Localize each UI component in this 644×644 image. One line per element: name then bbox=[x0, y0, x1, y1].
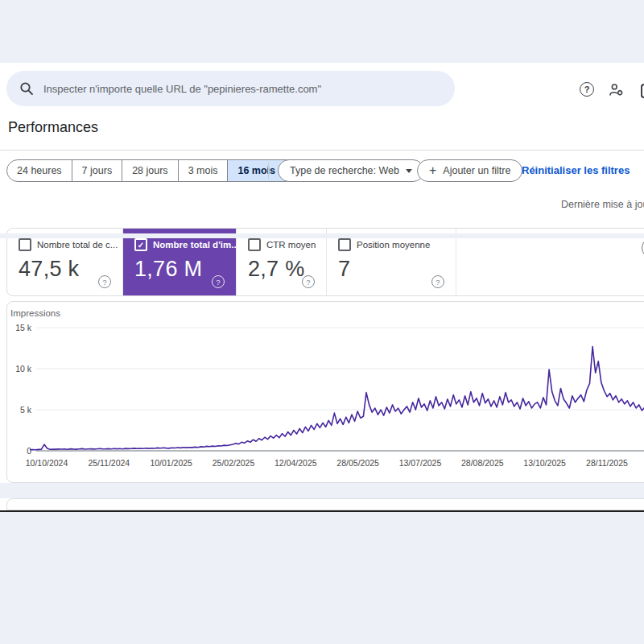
svg-text:15 k: 15 k bbox=[15, 323, 32, 332]
help-icon[interactable]: ? bbox=[212, 275, 225, 288]
help-icon: ? bbox=[580, 82, 594, 97]
impressions-line-chart[interactable]: 05 k10 k15 k10/10/202425/11/202410/01/20… bbox=[7, 302, 644, 483]
help-icon[interactable]: ? bbox=[302, 275, 315, 288]
search-type-chip[interactable]: Type de recherche: Web bbox=[278, 159, 424, 182]
svg-text:25/11/2024: 25/11/2024 bbox=[88, 458, 130, 468]
search-placeholder-text: Inspecter n'importe quelle URL de "pepin… bbox=[43, 83, 321, 95]
add-filter-chip[interactable]: + Ajouter un filtre bbox=[417, 159, 522, 182]
next-card-clipped bbox=[6, 498, 644, 510]
chart-card: Impressions 05 k10 k15 k10/10/202425/11/… bbox=[6, 301, 644, 483]
last-update-text: Dernière mise à jour bbox=[561, 199, 644, 210]
user-settings-icon[interactable] bbox=[609, 82, 625, 98]
ctr-value: 2,7 % bbox=[248, 257, 326, 282]
svg-text:5 k: 5 k bbox=[20, 405, 32, 415]
svg-text:12/04/2025: 12/04/2025 bbox=[275, 458, 317, 468]
help-button[interactable]: ? bbox=[580, 82, 596, 98]
help-icon[interactable]: ? bbox=[98, 275, 111, 288]
chevron-down-icon bbox=[406, 169, 412, 173]
account-avatar-icon-clipped[interactable] bbox=[641, 84, 644, 98]
url-inspect-search-bar[interactable]: Inspecter n'importe quelle URL de "pepin… bbox=[6, 71, 455, 106]
date-chip-24h[interactable]: 24 heures bbox=[7, 160, 72, 181]
metric-tile-clicks[interactable]: Nombre total de c... 47,5 k ? bbox=[7, 229, 123, 295]
date-chip-7d[interactable]: 7 jours bbox=[72, 160, 123, 181]
svg-text:13/10/2025: 13/10/2025 bbox=[523, 458, 566, 468]
chart-title: Impressions bbox=[10, 308, 60, 318]
metric-tile-position[interactable]: Position moyenne 7 ? bbox=[327, 229, 456, 295]
date-chip-28d[interactable]: 28 jours bbox=[122, 160, 178, 181]
window-bottom-edge bbox=[0, 510, 644, 512]
svg-text:10/10/2024: 10/10/2024 bbox=[26, 458, 68, 468]
reset-filters-link[interactable]: Réinitialiser les filtres bbox=[522, 164, 630, 176]
svg-text:10 k: 10 k bbox=[15, 364, 32, 374]
app-window: Inspecter n'importe quelle URL de "pepin… bbox=[0, 63, 644, 510]
date-range-chip-group: 24 heures 7 jours 28 jours 3 mois 16 moi… bbox=[6, 159, 298, 182]
metrics-card-spacer: Tous bbox=[456, 229, 644, 295]
date-chip-3m[interactable]: 3 mois bbox=[179, 160, 229, 181]
svg-text:28/11/2025: 28/11/2025 bbox=[586, 458, 628, 468]
svg-text:10/01/2025: 10/01/2025 bbox=[150, 458, 192, 468]
card-gap bbox=[0, 233, 644, 238]
svg-text:28/08/2025: 28/08/2025 bbox=[461, 458, 504, 468]
svg-text:13/07/2025: 13/07/2025 bbox=[399, 458, 442, 468]
checkbox-unchecked-icon[interactable] bbox=[248, 238, 261, 251]
plus-icon: + bbox=[429, 164, 436, 177]
page-title: Performances bbox=[8, 119, 98, 136]
card-gap bbox=[0, 483, 644, 498]
search-console-screen: Inspecter n'importe quelle URL de "pepin… bbox=[0, 0, 644, 644]
header-divider bbox=[0, 150, 644, 151]
chip-separator bbox=[268, 163, 269, 179]
checkbox-checked-icon[interactable]: ✓ bbox=[134, 238, 147, 251]
metric-tile-ctr[interactable]: CTR moyen 2,7 % ? bbox=[237, 229, 327, 295]
metric-tile-impressions-selected[interactable]: ✓ Nombre total d'im... 1,76 M ? bbox=[123, 229, 237, 295]
search-icon bbox=[19, 81, 34, 96]
checkbox-unchecked-icon[interactable] bbox=[338, 238, 351, 251]
help-icon[interactable]: ? bbox=[431, 275, 444, 288]
svg-text:0: 0 bbox=[27, 446, 31, 456]
svg-text:28/05/2025: 28/05/2025 bbox=[336, 458, 379, 468]
checkbox-unchecked-icon[interactable] bbox=[19, 238, 31, 251]
svg-text:25/02/2025: 25/02/2025 bbox=[213, 458, 255, 468]
